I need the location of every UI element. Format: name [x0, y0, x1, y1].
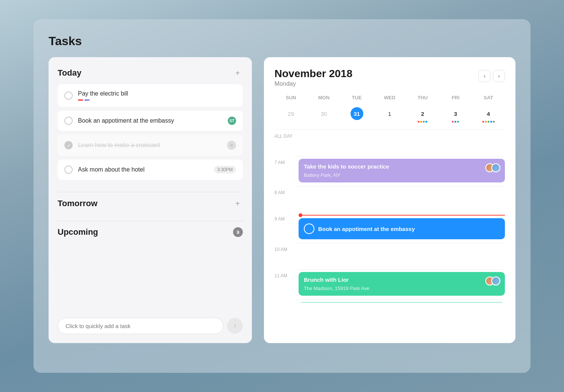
calendar-month-block: November 2018 Monday: [274, 68, 352, 87]
dot: [490, 121, 492, 123]
timeline-content-11am: Brunch with Lior The Madison, 15919 Park…: [295, 269, 505, 299]
time-label-11am: 11 AM: [274, 269, 295, 278]
cal-date-1[interactable]: 1: [373, 105, 406, 125]
cal-date-3[interactable]: 3: [439, 105, 472, 125]
task-item-completed: Learn how to make a croissant ×: [58, 135, 243, 156]
avatar-2: [491, 163, 500, 172]
right-panel: November 2018 Monday ‹ › SUN MON TUE WED…: [264, 57, 515, 343]
time-label-8am: 8 AM: [274, 186, 295, 195]
calendar-prev-button[interactable]: ‹: [479, 70, 491, 82]
current-time-indicator: [299, 215, 505, 216]
task-2-checkbox[interactable]: [64, 117, 73, 125]
event-soccer[interactable]: Take the kids to soccer practice Battery…: [299, 159, 505, 182]
calendar-weekdays: SUN MON TUE WED THU FRI SAT: [274, 93, 505, 102]
dot: [485, 121, 487, 123]
task-1-checkbox[interactable]: [64, 91, 73, 100]
cal-date-29[interactable]: 29: [274, 105, 307, 125]
cal-date-30[interactable]: 30: [307, 105, 340, 125]
add-today-button[interactable]: +: [232, 68, 243, 78]
event-brunch-2[interactable]: Brunch with Lior: [299, 302, 505, 302]
calendar-day-label: Monday: [274, 81, 352, 87]
task-3-checkbox[interactable]: [64, 141, 73, 149]
upcoming-title: Upcoming: [58, 227, 98, 237]
calendar-nav: ‹ ›: [479, 70, 505, 82]
today-section-header: Today +: [58, 68, 243, 78]
avatar-4: [491, 277, 500, 286]
task-4-time: 3:30PM: [214, 166, 236, 173]
timeline-content-10am: [295, 243, 505, 248]
cal-date-2[interactable]: 2: [406, 105, 439, 125]
dot: [454, 121, 456, 123]
priority-dot-red: [78, 99, 83, 101]
time-label-10am: 10 AM: [274, 243, 295, 252]
task-2-text: Book an appotiment at the embassy: [78, 117, 223, 124]
calendar-dates: 29 30 31 1 2: [274, 105, 505, 125]
task-1-priority: [78, 99, 236, 101]
event-soccer-title: Take the kids to soccer practice: [304, 163, 389, 170]
dot: [457, 121, 459, 123]
main-layout: Today + Pay the electric bill: [49, 57, 515, 343]
timeline-row-12pm: 12 PM Brunch with Lior: [274, 299, 505, 302]
timeline-row-8am: 8 AM: [274, 186, 505, 213]
dot: [493, 121, 495, 123]
event-brunch-avatars: [485, 277, 500, 286]
allday-row: ALL DAY: [274, 130, 505, 156]
task-4-checkbox[interactable]: [64, 166, 73, 174]
calendar-next-button[interactable]: ›: [493, 70, 505, 82]
task-3-text: Learn how to make a croissant: [78, 142, 222, 149]
event-soccer-avatars: [485, 163, 500, 172]
task-2-avatar: ST: [228, 117, 236, 125]
divider: [58, 192, 243, 192]
today-task-list: Pay the electric bill Book an appotiment…: [58, 84, 243, 180]
event-embassy[interactable]: Book an appotiment at the embassy: [299, 218, 505, 239]
tomorrow-header: Tomorrow +: [58, 198, 243, 209]
weekday-wed: WED: [373, 93, 406, 102]
task-item: Pay the electric bill: [58, 84, 243, 107]
time-label-9am: 9 AM: [274, 213, 295, 222]
weekday-sat: SAT: [472, 93, 505, 102]
task-1-text: Pay the electric bill: [78, 90, 236, 97]
timeline-content-7am: Take the kids to soccer practice Battery…: [295, 156, 505, 186]
quick-add-submit-button[interactable]: ↑: [227, 318, 243, 334]
timeline-row-10am: 10 AM: [274, 243, 505, 269]
event-brunch[interactable]: Brunch with Lior The Madison, 15919 Park…: [299, 272, 505, 296]
quick-add-input[interactable]: [58, 318, 223, 334]
event-embassy-checkbox[interactable]: [304, 223, 314, 234]
cal-dots-3: [452, 121, 459, 123]
weekday-mon: MON: [307, 93, 340, 102]
task-item: Book an appotiment at the embassy ST: [58, 111, 243, 131]
divider-2: [58, 221, 243, 221]
timeline-row-9am: 9 AM Book an appotiment at the embassy: [274, 213, 505, 243]
cal-date-31[interactable]: 31: [340, 105, 373, 125]
upcoming-count-badge: 9: [233, 227, 243, 237]
tomorrow-title: Tomorrow: [58, 199, 98, 208]
priority-dot-purple: [84, 99, 90, 101]
app-title: Tasks: [49, 34, 515, 48]
dot: [423, 121, 425, 123]
upcoming-header: Upcoming 9: [58, 227, 243, 237]
add-tomorrow-button[interactable]: +: [232, 198, 243, 209]
dot: [482, 121, 484, 123]
weekday-tue: TUE: [340, 93, 373, 102]
time-label-7am: 7 AM: [274, 156, 295, 165]
task-3-remove-button[interactable]: ×: [227, 141, 236, 150]
calendar-grid: SUN MON TUE WED THU FRI SAT 29 30: [274, 93, 505, 125]
event-soccer-location: Battery Park, NY: [304, 172, 500, 178]
dot: [418, 121, 419, 123]
event-brunch-location: The Madison, 15919 Park Ave: [304, 286, 500, 291]
cal-dots-2: [418, 121, 427, 123]
cal-dots-4: [482, 121, 495, 123]
dot: [452, 121, 454, 123]
timeline-row-11am: 11 AM Brunch with Lior The Madison, 1591…: [274, 269, 505, 299]
quick-add-row: ↑: [58, 310, 243, 334]
tomorrow-section: Tomorrow +: [58, 198, 243, 215]
event-embassy-title: Book an appotiment at the embassy: [318, 226, 415, 232]
app-container: Tasks Today + Pay the electric bill: [34, 19, 530, 373]
weekday-fri: FRI: [439, 93, 472, 102]
timeline-content-8am: [295, 186, 505, 191]
task-item: Ask mom about the hotel 3:30PM: [58, 160, 243, 180]
cal-date-4[interactable]: 4: [472, 105, 505, 125]
left-panel: Today + Pay the electric bill: [49, 57, 252, 343]
dot: [488, 121, 489, 123]
today-title: Today: [58, 68, 81, 78]
